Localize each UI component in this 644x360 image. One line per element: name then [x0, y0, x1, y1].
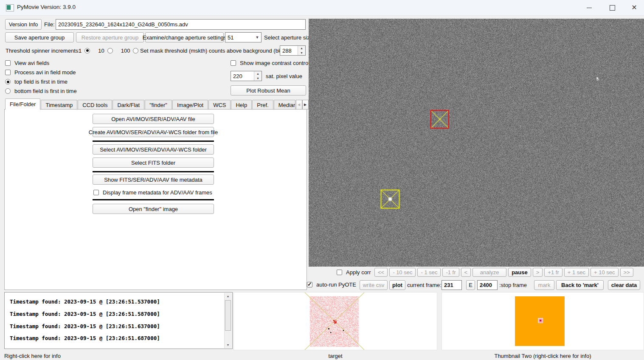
top-field-first-radio[interactable]: [5, 79, 11, 84]
threshold-option-1-radio[interactable]: [84, 48, 90, 53]
open-avi-file-button[interactable]: Open AVI/MOV/SER/ADV/AAV file: [93, 114, 214, 124]
display-frame-metadata-checkbox[interactable]: [93, 190, 99, 195]
thumbnail-two-panel[interactable]: [442, 292, 644, 350]
top-field-first-row[interactable]: top field is first in time: [5, 79, 67, 85]
stop-frame-field[interactable]: 2400: [477, 280, 498, 290]
process-field-mode-row[interactable]: Process avi in field mode: [5, 69, 76, 76]
sat-pixel-spinbox[interactable]: 220 ▲▼: [231, 71, 262, 81]
tab-ccd-tools[interactable]: CCD tools: [78, 100, 112, 110]
log-line: Timestamp found: 2023-09-15 @ [23:26:51.…: [10, 323, 160, 329]
forward-1-sec-button[interactable]: + 1 sec: [564, 268, 589, 277]
analyze-button[interactable]: analyze: [472, 268, 506, 277]
jump-end-button[interactable]: >>: [620, 268, 633, 277]
minimize-icon: [587, 8, 592, 8]
separator: [93, 171, 214, 172]
log-panel[interactable]: Timestamp found: 2023-09-15 @ [23:26:51.…: [4, 292, 233, 349]
apply-corr-row[interactable]: Apply corr: [337, 269, 371, 276]
main-image-view[interactable]: [309, 19, 644, 267]
tab-file-folder[interactable]: File/Folder: [5, 98, 40, 110]
view-avi-fields-checkbox[interactable]: [5, 60, 11, 66]
file-label: File:: [44, 19, 55, 30]
thumbnail-two-caption: Thumbnail Two (right-click here for info…: [442, 353, 644, 359]
bottom-field-first-row[interactable]: bottom field is first in time: [5, 88, 77, 94]
scroll-down-icon[interactable]: ▼: [225, 342, 231, 348]
spin-up-icon[interactable]: ▲: [254, 71, 262, 76]
tab-bar: File/Folder Timestamp CCD tools Dark/Fla…: [5, 98, 309, 110]
status-info-label: Right-click here for info: [4, 353, 174, 359]
spin-down-icon[interactable]: ▼: [254, 76, 262, 81]
spin-up-icon[interactable]: ▲: [298, 46, 305, 51]
back-10-sec-button[interactable]: - 10 sec: [389, 268, 416, 277]
plot-robust-mean-button[interactable]: Plot Robust Mean: [231, 85, 306, 96]
top-field-first-label: top field is first in time: [14, 79, 67, 85]
pymovie-window: { "window": { "title": "PyMovie Version:…: [0, 0, 644, 360]
examine-aperture-settings-button[interactable]: Examine/change aperture settings: [145, 32, 224, 42]
current-frame-field[interactable]: 231: [442, 280, 462, 290]
separator: [93, 199, 214, 200]
step-forward-button[interactable]: >: [533, 268, 543, 277]
bottom-field-first-radio[interactable]: [5, 88, 11, 94]
tab-wcs[interactable]: WCS: [208, 100, 231, 110]
tab-dark-flat[interactable]: Dark/Flat: [112, 100, 144, 110]
log-line: Timestamp found: 2023-09-15 @ [23:26:51.…: [10, 335, 160, 341]
display-frame-metadata-row[interactable]: Display frame metadata for ADV/AAV frame…: [93, 189, 212, 196]
write-csv-button[interactable]: write csv: [360, 280, 388, 290]
tab-finder[interactable]: "finder": [145, 100, 172, 110]
tab-pref[interactable]: Pref.: [252, 100, 273, 110]
jump-start-button[interactable]: <<: [374, 268, 388, 277]
forward-1-frame-button[interactable]: +1 fr: [544, 268, 562, 277]
threshold-radio-group: 1 10 100: [79, 45, 138, 56]
select-fits-folder-button[interactable]: Select FITS folder: [93, 158, 214, 168]
log-scrollbar[interactable]: ▲ ▼: [224, 293, 232, 348]
show-metadata-button[interactable]: Show FITS/SER/ADV/AAV file metadata: [93, 174, 214, 185]
tab-median[interactable]: Median: [274, 100, 295, 110]
target-thumbnail-panel[interactable]: [233, 292, 437, 350]
back-1-frame-button[interactable]: -1 fr: [442, 268, 459, 277]
tab-help[interactable]: Help: [231, 100, 252, 110]
show-contrast-row[interactable]: Show image contrast control: [231, 60, 309, 66]
close-button[interactable]: ✕: [627, 1, 641, 14]
clear-data-button[interactable]: clear data: [608, 280, 640, 290]
back-to-mark-button[interactable]: Back to 'mark': [556, 280, 604, 290]
file-path-input[interactable]: 20230915_232640_1624x1240_G24dB_0050ms.a…: [56, 19, 306, 30]
create-wcs-folder-button[interactable]: Create AVI/MOV/SER/ADV/AAV-WCS folder fr…: [93, 127, 214, 137]
open-finder-image-button[interactable]: Open "finder" image: [93, 204, 214, 214]
forward-10-sec-button[interactable]: + 10 sec: [591, 268, 619, 277]
back-1-sec-button[interactable]: - 1 sec: [417, 268, 441, 277]
show-contrast-checkbox[interactable]: [231, 60, 236, 66]
app-icon: [6, 4, 14, 11]
aperture-size-select[interactable]: 51 ▼: [225, 32, 262, 42]
mark-button[interactable]: mark: [534, 280, 554, 290]
maximize-button[interactable]: [605, 1, 619, 14]
tab-scroll-right-icon[interactable]: ▶: [302, 100, 309, 110]
auto-run-pyote-row[interactable]: auto-run PyOTE: [307, 281, 356, 288]
tab-image-plot[interactable]: Image/Plot: [172, 100, 208, 110]
e-button[interactable]: E: [466, 280, 475, 290]
apply-corr-checkbox[interactable]: [337, 270, 342, 275]
pause-button[interactable]: pause: [508, 268, 531, 277]
mask-threshold-label: Set mask threshold (mskth) counts above …: [140, 45, 292, 56]
process-field-mode-checkbox[interactable]: [5, 70, 11, 75]
step-back-button[interactable]: <: [461, 268, 471, 277]
restore-aperture-group-button[interactable]: Restore aperture group: [76, 32, 144, 42]
select-wcs-folder-button[interactable]: Select AVI/MOV/SER/ADV/AAV-WCS folder: [93, 144, 214, 155]
plot-button[interactable]: plot: [389, 280, 405, 290]
auto-run-pyote-checkbox[interactable]: [307, 282, 312, 287]
tab-timestamp[interactable]: Timestamp: [41, 100, 77, 110]
minimize-button[interactable]: [582, 1, 596, 14]
spin-down-icon[interactable]: ▼: [298, 51, 305, 55]
log-line: Timestamp found: 2023-09-15 @ [23:26:51.…: [10, 298, 160, 305]
scroll-up-icon[interactable]: ▲: [225, 293, 231, 299]
view-avi-fields-label: View avi fields: [14, 60, 49, 66]
version-info-button[interactable]: Version Info: [5, 19, 42, 30]
threshold-option-10-label: 10: [98, 48, 104, 54]
sat-pixel-label: sat. pixel value: [266, 71, 302, 81]
scrollbar-thumb[interactable]: [225, 300, 231, 331]
mask-threshold-spinbox[interactable]: 288 ▲▼: [280, 45, 306, 56]
threshold-option-100-radio[interactable]: [133, 48, 138, 53]
apply-corr-label: Apply corr: [346, 269, 371, 276]
view-avi-fields-row[interactable]: View avi fields: [5, 60, 49, 66]
save-aperture-group-button[interactable]: Save aperture group: [5, 32, 74, 42]
tab-scroll-left-icon[interactable]: ◀: [296, 100, 302, 110]
threshold-option-10-radio[interactable]: [107, 48, 113, 53]
